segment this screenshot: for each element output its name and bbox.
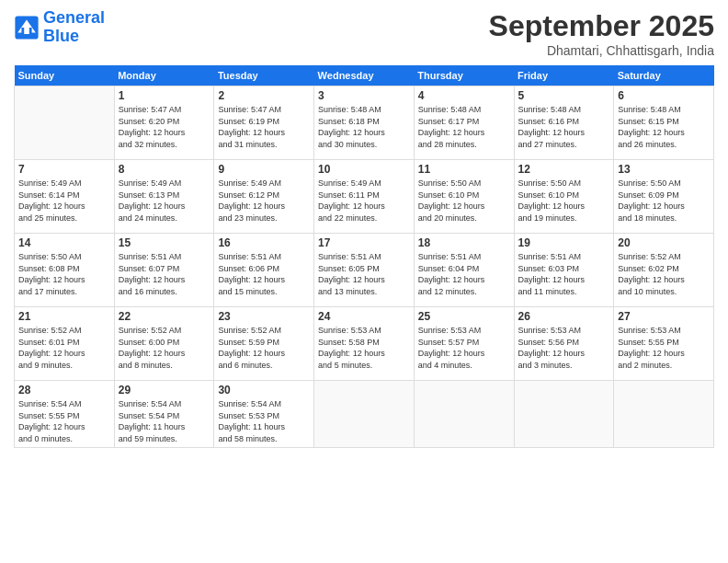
day-number: 18	[418, 236, 510, 249]
day-number: 4	[418, 89, 510, 102]
day-number: 26	[518, 310, 610, 323]
calendar-cell: 9Sunrise: 5:49 AM Sunset: 6:12 PM Daylig…	[214, 160, 314, 234]
day-info: Sunrise: 5:48 AM Sunset: 6:15 PM Dayligh…	[618, 104, 710, 150]
header: General Blue September 2025 Dhamtari, Ch…	[14, 9, 714, 58]
day-number: 19	[518, 236, 610, 249]
day-number: 1	[119, 89, 210, 102]
logo-general: General	[43, 8, 105, 27]
weekday-header-wednesday: Wednesday	[314, 65, 415, 86]
day-info: Sunrise: 5:51 AM Sunset: 6:03 PM Dayligh…	[518, 251, 610, 297]
calendar-cell: 24Sunrise: 5:53 AM Sunset: 5:58 PM Dayli…	[314, 307, 415, 381]
day-number: 24	[318, 310, 410, 323]
calendar-cell: 7Sunrise: 5:49 AM Sunset: 6:14 PM Daylig…	[15, 160, 115, 234]
day-info: Sunrise: 5:50 AM Sunset: 6:08 PM Dayligh…	[18, 251, 110, 297]
day-info: Sunrise: 5:52 AM Sunset: 6:00 PM Dayligh…	[119, 325, 210, 371]
logo-text: General Blue	[43, 9, 105, 46]
day-info: Sunrise: 5:54 AM Sunset: 5:55 PM Dayligh…	[18, 398, 110, 444]
subtitle: Dhamtari, Chhattisgarh, India	[489, 43, 714, 58]
day-number: 9	[218, 163, 310, 176]
day-info: Sunrise: 5:53 AM Sunset: 5:56 PM Dayligh…	[518, 325, 610, 371]
day-info: Sunrise: 5:47 AM Sunset: 6:20 PM Dayligh…	[119, 104, 210, 150]
calendar-cell: 13Sunrise: 5:50 AM Sunset: 6:09 PM Dayli…	[614, 160, 714, 234]
day-info: Sunrise: 5:52 AM Sunset: 6:02 PM Dayligh…	[618, 251, 710, 297]
day-number: 15	[119, 236, 210, 249]
calendar-cell	[514, 381, 614, 448]
day-info: Sunrise: 5:51 AM Sunset: 6:05 PM Dayligh…	[318, 251, 410, 297]
logo: General Blue	[14, 9, 105, 46]
calendar-cell: 3Sunrise: 5:48 AM Sunset: 6:18 PM Daylig…	[314, 86, 415, 160]
day-number: 20	[618, 236, 710, 249]
logo-blue: Blue	[43, 27, 79, 45]
week-row-5: 28Sunrise: 5:54 AM Sunset: 5:55 PM Dayli…	[15, 381, 714, 448]
day-number: 13	[618, 163, 710, 176]
day-number: 2	[218, 89, 310, 102]
day-number: 16	[218, 236, 310, 249]
page: General Blue September 2025 Dhamtari, Ch…	[0, 0, 728, 563]
day-number: 29	[119, 384, 210, 396]
svg-rect-3	[24, 25, 29, 34]
day-number: 17	[318, 236, 410, 249]
day-info: Sunrise: 5:48 AM Sunset: 6:17 PM Dayligh…	[418, 104, 510, 150]
calendar-table: SundayMondayTuesdayWednesdayThursdayFrid…	[14, 65, 714, 448]
day-info: Sunrise: 5:48 AM Sunset: 6:18 PM Dayligh…	[318, 104, 410, 150]
calendar-cell: 22Sunrise: 5:52 AM Sunset: 6:00 PM Dayli…	[114, 307, 214, 381]
day-number: 10	[318, 163, 410, 176]
day-number: 12	[518, 163, 610, 176]
calendar-cell: 17Sunrise: 5:51 AM Sunset: 6:05 PM Dayli…	[314, 234, 415, 307]
day-number: 6	[618, 89, 710, 102]
day-info: Sunrise: 5:53 AM Sunset: 5:57 PM Dayligh…	[418, 325, 510, 371]
title-block: September 2025 Dhamtari, Chhattisgarh, I…	[489, 9, 714, 58]
day-info: Sunrise: 5:51 AM Sunset: 6:07 PM Dayligh…	[119, 251, 210, 297]
day-number: 27	[618, 310, 710, 323]
weekday-header-row: SundayMondayTuesdayWednesdayThursdayFrid…	[15, 65, 714, 86]
calendar-cell	[414, 381, 514, 448]
day-info: Sunrise: 5:51 AM Sunset: 6:06 PM Dayligh…	[218, 251, 310, 297]
day-number: 21	[18, 310, 110, 323]
day-info: Sunrise: 5:47 AM Sunset: 6:19 PM Dayligh…	[218, 104, 310, 150]
calendar-body: 1Sunrise: 5:47 AM Sunset: 6:20 PM Daylig…	[15, 86, 714, 448]
week-row-3: 14Sunrise: 5:50 AM Sunset: 6:08 PM Dayli…	[15, 234, 714, 307]
calendar-cell: 15Sunrise: 5:51 AM Sunset: 6:07 PM Dayli…	[114, 234, 214, 307]
day-info: Sunrise: 5:48 AM Sunset: 6:16 PM Dayligh…	[518, 104, 610, 150]
weekday-header-tuesday: Tuesday	[214, 65, 314, 86]
calendar-cell: 27Sunrise: 5:53 AM Sunset: 5:55 PM Dayli…	[614, 307, 714, 381]
day-info: Sunrise: 5:49 AM Sunset: 6:13 PM Dayligh…	[119, 178, 210, 224]
weekday-header-sunday: Sunday	[15, 65, 115, 86]
day-info: Sunrise: 5:49 AM Sunset: 6:11 PM Dayligh…	[318, 178, 410, 224]
calendar-cell: 19Sunrise: 5:51 AM Sunset: 6:03 PM Dayli…	[514, 234, 614, 307]
week-row-4: 21Sunrise: 5:52 AM Sunset: 6:01 PM Dayli…	[15, 307, 714, 381]
calendar-cell: 30Sunrise: 5:54 AM Sunset: 5:53 PM Dayli…	[214, 381, 314, 448]
calendar-cell: 16Sunrise: 5:51 AM Sunset: 6:06 PM Dayli…	[214, 234, 314, 307]
day-number: 3	[318, 89, 410, 102]
calendar-cell: 25Sunrise: 5:53 AM Sunset: 5:57 PM Dayli…	[414, 307, 514, 381]
logo-icon	[14, 15, 40, 40]
calendar-cell	[314, 381, 415, 448]
month-title: September 2025	[489, 9, 714, 43]
calendar-cell: 29Sunrise: 5:54 AM Sunset: 5:54 PM Dayli…	[114, 381, 214, 448]
calendar-cell	[15, 86, 115, 160]
day-info: Sunrise: 5:52 AM Sunset: 6:01 PM Dayligh…	[18, 325, 110, 371]
day-info: Sunrise: 5:52 AM Sunset: 5:59 PM Dayligh…	[218, 325, 310, 371]
calendar-cell: 6Sunrise: 5:48 AM Sunset: 6:15 PM Daylig…	[614, 86, 714, 160]
calendar-cell: 12Sunrise: 5:50 AM Sunset: 6:10 PM Dayli…	[514, 160, 614, 234]
day-number: 30	[218, 384, 310, 396]
day-number: 11	[418, 163, 510, 176]
weekday-header-friday: Friday	[514, 65, 614, 86]
day-info: Sunrise: 5:53 AM Sunset: 5:55 PM Dayligh…	[618, 325, 710, 371]
day-number: 14	[18, 236, 110, 249]
day-info: Sunrise: 5:54 AM Sunset: 5:54 PM Dayligh…	[119, 398, 210, 444]
calendar-cell: 21Sunrise: 5:52 AM Sunset: 6:01 PM Dayli…	[15, 307, 115, 381]
calendar-cell	[614, 381, 714, 448]
day-info: Sunrise: 5:50 AM Sunset: 6:09 PM Dayligh…	[618, 178, 710, 224]
day-number: 5	[518, 89, 610, 102]
day-info: Sunrise: 5:50 AM Sunset: 6:10 PM Dayligh…	[518, 178, 610, 224]
calendar-cell: 8Sunrise: 5:49 AM Sunset: 6:13 PM Daylig…	[114, 160, 214, 234]
calendar-cell: 14Sunrise: 5:50 AM Sunset: 6:08 PM Dayli…	[15, 234, 115, 307]
day-number: 25	[418, 310, 510, 323]
day-info: Sunrise: 5:51 AM Sunset: 6:04 PM Dayligh…	[418, 251, 510, 297]
day-info: Sunrise: 5:53 AM Sunset: 5:58 PM Dayligh…	[318, 325, 410, 371]
calendar-cell: 1Sunrise: 5:47 AM Sunset: 6:20 PM Daylig…	[114, 86, 214, 160]
day-number: 22	[119, 310, 210, 323]
calendar-cell: 23Sunrise: 5:52 AM Sunset: 5:59 PM Dayli…	[214, 307, 314, 381]
calendar-cell: 18Sunrise: 5:51 AM Sunset: 6:04 PM Dayli…	[414, 234, 514, 307]
